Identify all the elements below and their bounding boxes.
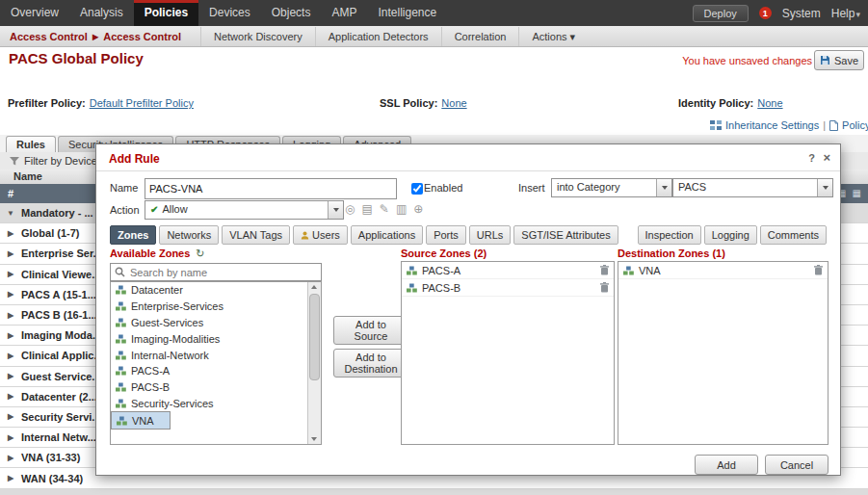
tab-vlan-tags[interactable]: VLAN Tags bbox=[222, 225, 290, 245]
subnav-actions-menu[interactable]: Actions ▾ bbox=[518, 27, 588, 46]
subnav-correlation[interactable]: Correlation bbox=[441, 27, 519, 46]
expand-arrow-icon[interactable]: ▶ bbox=[6, 433, 15, 442]
refresh-icon[interactable]: ↻ bbox=[196, 248, 204, 259]
destination-zone-item[interactable]: VNA bbox=[618, 262, 828, 279]
delete-icon[interactable] bbox=[600, 282, 609, 293]
expand-arrow-icon[interactable]: ▶ bbox=[6, 290, 15, 299]
scroll-down-icon[interactable] bbox=[311, 437, 317, 441]
expand-arrow-icon[interactable]: ▶ bbox=[6, 454, 15, 462]
expand-arrow-icon[interactable]: ▶ bbox=[6, 412, 15, 421]
subnav-network-discovery[interactable]: Network Discovery bbox=[200, 27, 315, 46]
insert-category-select[interactable]: PACS bbox=[672, 178, 833, 197]
source-zone-item[interactable]: PACS-A bbox=[402, 262, 614, 279]
available-zones-header: Available Zones↻ bbox=[110, 248, 205, 260]
expand-arrow-icon[interactable]: ▶ bbox=[6, 249, 15, 258]
zone-list-item-selected[interactable]: VNA bbox=[111, 411, 171, 430]
expand-arrow-icon[interactable]: ▶ bbox=[6, 311, 15, 320]
save-button[interactable]: Save bbox=[814, 50, 864, 70]
expand-arrow-icon[interactable]: ▶ bbox=[6, 392, 15, 401]
zone-list-item[interactable]: PACS-A bbox=[111, 363, 321, 379]
nav-policies[interactable]: Policies bbox=[134, 0, 198, 26]
filter-by-device[interactable]: Filter by Device bbox=[24, 155, 97, 167]
dialog-title: Add Rule bbox=[109, 152, 160, 166]
nav-right-group: Deploy 1 System Help▾ bbox=[693, 0, 868, 26]
rule-name-input[interactable] bbox=[145, 178, 397, 199]
zone-name: Guest-Services bbox=[131, 317, 203, 328]
zone-search-input[interactable] bbox=[128, 264, 321, 280]
unsaved-changes-notice: You have unsaved changes bbox=[682, 55, 812, 66]
expand-arrow-icon[interactable]: ▶ bbox=[6, 372, 15, 380]
identity-policy-link[interactable]: None bbox=[757, 97, 782, 109]
expand-arrow-icon[interactable]: ▶ bbox=[6, 352, 15, 360]
tab-users[interactable]: Users bbox=[293, 225, 348, 245]
number-column-header[interactable]: # bbox=[0, 188, 13, 199]
enabled-checkbox[interactable] bbox=[411, 183, 423, 195]
expand-arrow-icon[interactable]: ▶ bbox=[6, 270, 15, 278]
insert-mode-select[interactable]: into Category bbox=[551, 178, 672, 197]
zone-icon bbox=[116, 301, 126, 311]
filter-funnel-icon bbox=[10, 157, 19, 166]
breadcrumb[interactable]: Access Control ► Access Control bbox=[0, 31, 191, 42]
action-select[interactable]: ✔Allow bbox=[145, 200, 344, 220]
zone-list-item[interactable]: Guest-Services bbox=[111, 315, 321, 331]
policy-assignments-link[interactable]: Policy Assignments bbox=[842, 119, 868, 131]
inheritance-settings-link[interactable]: Inheritance Settings bbox=[725, 119, 819, 131]
source-zone-item[interactable]: PACS-B bbox=[402, 279, 614, 297]
top-nav: Overview Analysis Policies Devices Objec… bbox=[0, 0, 868, 26]
ssl-policy-link[interactable]: None bbox=[441, 97, 466, 109]
tab-logging2[interactable]: Logging bbox=[704, 225, 757, 245]
tab-zones[interactable]: Zones bbox=[110, 225, 156, 245]
intrusion-policy-icon[interactable]: ◎ bbox=[345, 202, 355, 216]
row-label: Clinical Viewe... bbox=[21, 269, 100, 280]
delete-icon[interactable] bbox=[814, 265, 823, 275]
zone-list-item[interactable]: Datacenter bbox=[111, 282, 321, 299]
prefilter-policy-link[interactable]: Default Prefilter Policy bbox=[90, 97, 194, 109]
allow-check-icon: ✔ bbox=[150, 204, 158, 215]
zone-list-item[interactable]: PACS-B bbox=[111, 379, 321, 396]
nav-objects[interactable]: Objects bbox=[261, 0, 322, 26]
zone-list-item[interactable]: Security-Services bbox=[111, 396, 321, 412]
nav-overview[interactable]: Overview bbox=[0, 0, 69, 26]
tab-ports[interactable]: Ports bbox=[426, 225, 466, 245]
tab-networks[interactable]: Networks bbox=[159, 225, 219, 245]
nav-intelligence[interactable]: Intelligence bbox=[367, 0, 447, 26]
zone-list-item[interactable]: Imaging-Modalities bbox=[111, 330, 321, 347]
edit-icon[interactable]: ✎ bbox=[380, 202, 389, 216]
logging-icon[interactable]: ▥ bbox=[396, 202, 407, 216]
health-alert-icon[interactable]: 1 bbox=[759, 7, 772, 19]
expand-arrow-icon[interactable]: ▶ bbox=[6, 474, 15, 482]
nav-help[interactable]: Help▾ bbox=[831, 7, 860, 20]
table-row[interactable]: ▼PACS (-) bbox=[0, 489, 868, 495]
scroll-up-icon[interactable] bbox=[311, 285, 317, 289]
tab-rules[interactable]: Rules bbox=[6, 136, 56, 152]
add-to-destination-button[interactable]: Add to Destination bbox=[333, 349, 408, 378]
close-icon[interactable]: × bbox=[823, 150, 830, 165]
subnav-application-detectors[interactable]: Application Detectors bbox=[315, 27, 441, 46]
add-to-source-button[interactable]: Add to Source bbox=[333, 316, 408, 345]
tab-sgt-ise-attributes[interactable]: SGT/ISE Attributes bbox=[513, 225, 618, 245]
scrollbar-thumb[interactable] bbox=[309, 294, 320, 380]
tab-comments[interactable]: Comments bbox=[760, 225, 827, 245]
expand-arrow-icon[interactable]: ▼ bbox=[6, 209, 15, 218]
nav-analysis[interactable]: Analysis bbox=[69, 0, 134, 26]
nav-amp[interactable]: AMP bbox=[321, 0, 367, 26]
tab-urls[interactable]: URLs bbox=[469, 225, 512, 245]
list-scrollbar[interactable] bbox=[307, 282, 321, 444]
expand-arrow-icon[interactable]: ▶ bbox=[6, 331, 15, 340]
grid-icon[interactable]: ▦ bbox=[853, 184, 861, 203]
nav-devices[interactable]: Devices bbox=[198, 0, 261, 26]
cancel-button[interactable]: Cancel bbox=[765, 455, 829, 475]
help-icon[interactable]: ? bbox=[808, 152, 815, 164]
rule-tab-bar: Zones Networks VLAN Tags Users Applicati… bbox=[110, 225, 827, 245]
zone-list-item[interactable]: Enterprise-Services bbox=[111, 299, 321, 315]
deploy-button[interactable]: Deploy bbox=[693, 5, 749, 22]
tab-inspection[interactable]: Inspection bbox=[638, 225, 701, 245]
comment-icon[interactable]: ⊕ bbox=[413, 202, 423, 216]
zone-list-item[interactable]: Internal-Network bbox=[111, 347, 321, 363]
file-policy-icon[interactable]: ▤ bbox=[361, 202, 372, 216]
tab-applications[interactable]: Applications bbox=[351, 225, 423, 245]
add-button[interactable]: Add bbox=[695, 455, 758, 475]
nav-system[interactable]: System bbox=[782, 7, 821, 20]
delete-icon[interactable] bbox=[600, 265, 609, 275]
expand-arrow-icon[interactable]: ▶ bbox=[6, 229, 15, 238]
